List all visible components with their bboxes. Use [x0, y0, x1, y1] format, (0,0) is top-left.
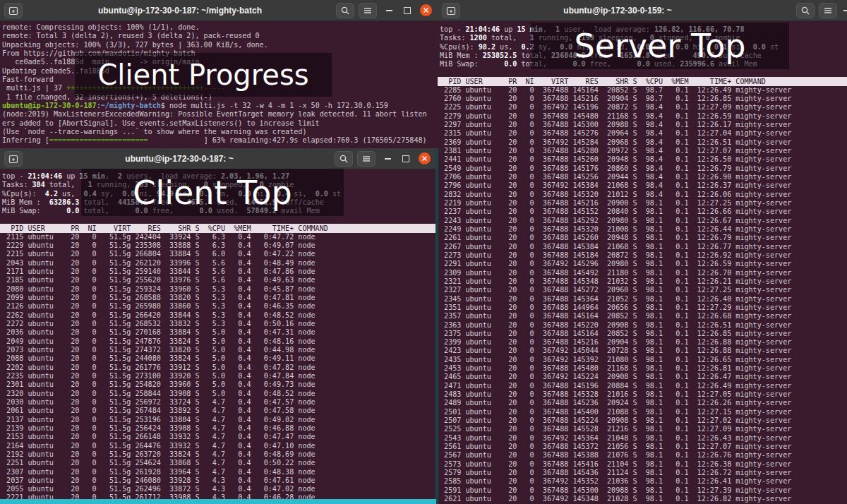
process-row: 2321 ubuntu 20 0 367488 145348 21032 S 9… — [438, 277, 847, 286]
close-icon — [423, 7, 429, 13]
minimize-icon — [385, 158, 391, 160]
process-row: 2543 ubuntu 20 0 367492 145364 21048 S 9… — [438, 434, 847, 443]
search-button[interactable] — [796, 3, 815, 18]
search-button[interactable] — [335, 151, 353, 167]
search-icon — [800, 6, 810, 16]
titlebar[interactable]: ubuntu@ip-172-30-0-187: ~/mighty-batch — [0, 0, 438, 21]
menu-button[interactable] — [819, 3, 837, 18]
terminal-content[interactable]: top - 21:04:46 up 15 min, 2 users, load … — [0, 169, 436, 499]
server-top-caption: Server Top — [531, 23, 789, 69]
menu-icon — [364, 7, 372, 14]
terminal-window-server-top: ubuntu@ip-172-30-0-159: ~ top - 21:04:46… — [438, 0, 847, 504]
menu-button[interactable] — [357, 151, 376, 167]
process-table: PID USER PR NI VIRT RES SHR S %CPU %MEM … — [0, 224, 436, 499]
process-row: 2363 ubuntu 20 0 367488 145220 20908 S 9… — [438, 321, 847, 330]
maximize-button[interactable] — [401, 3, 414, 18]
process-row: 2591 ubuntu 20 0 367488 145300 20988 S 9… — [438, 486, 847, 495]
process-row: 2307 ubuntu 20 0 51.5g 261928 33964 S 4.… — [0, 468, 436, 476]
process-row: 2055 ubuntu 20 0 51.5g 262496 33872 S 4.… — [0, 485, 436, 493]
process-row: 2073 ubuntu 20 0 51.5g 274372 33820 S 5.… — [0, 346, 436, 354]
new-tab-button[interactable] — [4, 151, 23, 167]
process-row: 2561 ubuntu 20 0 367488 145372 21056 S 9… — [438, 443, 847, 451]
menu-icon — [362, 155, 371, 162]
close-icon — [421, 155, 428, 162]
process-row: 2237 ubuntu 20 0 367488 145152 20840 S 9… — [438, 208, 847, 216]
process-row: 2139 ubuntu 20 0 51.5g 256424 33908 S 4.… — [0, 424, 436, 433]
process-row: 2043 ubuntu 20 0 51.5g 262120 33996 S 5.… — [0, 259, 436, 268]
process-row: 2381 ubuntu 20 0 367488 145280 20972 S 9… — [438, 147, 847, 155]
process-row: 2471 ubuntu 20 0 367488 145196 20884 S 9… — [438, 382, 847, 390]
window-title: ubuntu@ip-172-30-0-187: ~ — [28, 148, 330, 169]
process-row: 2088 ubuntu 20 0 51.5g 244080 33824 S 5.… — [0, 354, 436, 363]
process-row: 2202 ubuntu 20 0 51.5g 261776 33912 S 5.… — [0, 364, 436, 372]
close-button[interactable] — [420, 4, 432, 16]
process-row: 2185 ubuntu 20 0 51.5g 255620 33976 S 5.… — [0, 276, 436, 284]
process-row: 2465 ubuntu 20 0 367492 145224 20908 S 9… — [438, 373, 847, 381]
process-row: 2243 ubuntu 20 0 367488 145292 20980 S 9… — [438, 217, 847, 225]
process-row: 2251 ubuntu 20 0 51.5g 254624 33868 S 4.… — [0, 459, 436, 467]
process-row: 2453 ubuntu 20 0 367488 145480 21168 S 9… — [438, 364, 847, 373]
terminal-line: remote: Compressing objects: 100% (1/1),… — [0, 23, 438, 32]
process-row: 2262 ubuntu 20 0 51.5g 266420 33844 S 5.… — [0, 311, 436, 320]
process-row: 2375 ubuntu 20 0 367488 145164 20852 S 9… — [438, 330, 847, 338]
process-table: PID USER PR NI VIRT RES SHR S %CPU %MEM … — [438, 77, 847, 504]
close-button[interactable] — [419, 152, 431, 164]
process-row: 2115 ubuntu 20 0 51.5g 242404 33924 S 6.… — [0, 233, 436, 241]
new-tab-icon — [8, 6, 18, 16]
process-row: 2507 ubuntu 20 0 367488 145224 20908 S 9… — [438, 416, 847, 425]
process-table-header: PID USER PR NI VIRT RES SHR S %CPU %MEM … — [438, 77, 847, 86]
process-row: 2285 ubuntu 20 0 367488 145164 20852 S 9… — [438, 86, 847, 95]
process-row: 2235 ubuntu 20 0 51.5g 273100 33920 S 5.… — [0, 372, 436, 380]
process-row: 2327 ubuntu 20 0 367488 145272 20960 S 9… — [438, 286, 847, 294]
process-row: 2832 ubuntu 20 0 367488 145320 21012 S 9… — [438, 191, 847, 199]
process-row: 2099 ubuntu 20 0 51.5g 268588 33820 S 5.… — [0, 294, 436, 302]
titlebar[interactable]: ubuntu@ip-172-30-0-187: ~ — [0, 148, 436, 169]
menu-button[interactable] — [359, 3, 377, 18]
terminal-line: ers added to [AbortSignal]. Use events.s… — [0, 119, 438, 128]
process-row: 2215 ubuntu 20 0 51.5g 266804 33884 S 6.… — [0, 250, 436, 258]
background-window-strip — [0, 499, 436, 504]
process-row: 2267 ubuntu 20 0 367488 145384 21068 S 9… — [438, 243, 847, 251]
window-divider — [435, 148, 438, 504]
process-row: 2036 ubuntu 20 0 51.5g 270168 33884 S 5.… — [0, 328, 436, 337]
process-row: 2525 ubuntu 20 0 367488 145528 21216 S 9… — [438, 425, 847, 433]
titlebar[interactable]: ubuntu@ip-172-30-0-159: ~ — [438, 0, 847, 21]
new-tab-button[interactable] — [4, 3, 23, 18]
process-row: 2171 ubuntu 20 0 51.5g 259140 33844 S 5.… — [0, 268, 436, 276]
process-row: 2435 ubuntu 20 0 367492 145392 21080 S 9… — [438, 356, 847, 364]
client-top-caption: Client Top — [81, 169, 344, 216]
minimize-button[interactable] — [383, 3, 395, 18]
maximize-button[interactable] — [400, 151, 412, 167]
process-row: 2229 ubuntu 20 0 51.5g 235308 33888 S 6.… — [0, 241, 436, 250]
search-button[interactable] — [336, 3, 354, 18]
terminal-content[interactable]: top - 21:04:46 up 15 min, 1 user, load a… — [438, 21, 847, 504]
new-tab-button[interactable] — [442, 3, 460, 18]
process-row: 2501 ubuntu 20 0 367488 145400 21088 S 9… — [438, 408, 847, 416]
process-row: 2441 ubuntu 20 0 367488 145260 20948 S 9… — [438, 155, 847, 164]
process-row: 2192 ubuntu 20 0 51.5g 263720 33824 S 4.… — [0, 450, 436, 459]
process-row: 2760 ubuntu 20 0 367488 145216 20904 S 9… — [438, 95, 847, 103]
minimize-button[interactable] — [840, 3, 847, 18]
process-row: 2369 ubuntu 20 0 367492 145284 20968 S 9… — [438, 138, 847, 147]
process-row: 2030 ubuntu 20 0 51.5g 256972 33724 S 4.… — [0, 398, 436, 407]
process-row: 2221 ubuntu 20 0 51.5g 261712 33988 S 4.… — [0, 493, 436, 499]
process-row: 2309 ubuntu 20 0 367488 145492 21180 S 9… — [438, 269, 847, 277]
process-row: 2585 ubuntu 20 0 367492 145352 21036 S 9… — [438, 477, 847, 486]
search-icon — [339, 154, 349, 164]
process-row: 2164 ubuntu 20 0 51.5g 264476 33932 S 4.… — [0, 442, 436, 450]
process-row: 2225 ubuntu 20 0 367492 145196 20872 S 9… — [438, 103, 847, 112]
process-row: 2549 ubuntu 20 0 367488 145176 20860 S 9… — [438, 164, 847, 173]
process-row: 2579 ubuntu 20 0 367488 145436 21124 S 9… — [438, 469, 847, 477]
terminal-line: Unpacking objects: 100% (3/3), 727 bytes… — [0, 41, 438, 49]
process-row: 2219 ubuntu 20 0 367488 145216 20900 S 9… — [438, 199, 847, 208]
process-row: 2706 ubuntu 20 0 367488 145256 20944 S 9… — [438, 173, 847, 181]
process-row: 2573 ubuntu 20 0 367488 145416 21104 S 9… — [438, 460, 847, 469]
process-row: 2621 ubuntu 20 0 367492 145348 21028 S 9… — [438, 495, 847, 503]
process-row: 2279 ubuntu 20 0 367488 145480 21168 S 9… — [438, 112, 847, 121]
terminal-line: (node:2019) MaxListenersExceededWarning:… — [0, 110, 438, 119]
process-row: 2297 ubuntu 20 0 367488 145300 20988 S 9… — [438, 121, 847, 129]
process-row: 2483 ubuntu 20 0 367488 145328 21016 S 9… — [438, 390, 847, 399]
maximize-icon — [404, 7, 411, 14]
minimize-button[interactable] — [381, 151, 394, 167]
process-row: 2301 ubuntu 20 0 51.5g 254820 33960 S 5.… — [0, 380, 436, 389]
